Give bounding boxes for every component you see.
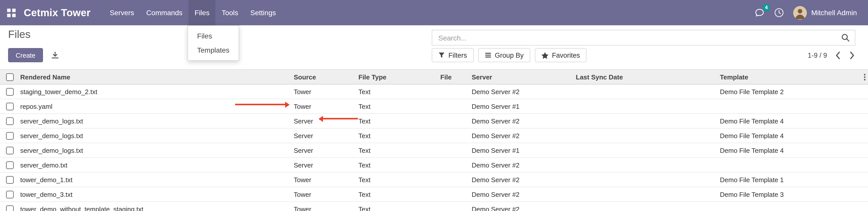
cell-rendered-name[interactable]: server_demo_logs.txt [20,114,294,128]
cell-file-type[interactable]: Text [359,187,440,202]
cell-source[interactable]: Tower [294,99,359,114]
cell-last-sync-date[interactable] [576,84,720,99]
column-options-button[interactable] [861,69,868,84]
row-checkbox[interactable] [6,176,14,183]
cell-server[interactable]: Demo Server #2 [472,158,576,172]
table-row[interactable]: server_demo_logs.txtServerTextDemo Serve… [0,128,868,143]
filters-button[interactable]: Filters [432,48,474,62]
create-button[interactable]: Create [8,48,43,62]
table-row[interactable]: tower_demo_3.txtTowerTextDemo Server #2D… [0,187,868,202]
cell-file[interactable] [440,99,472,114]
cell-file-type[interactable]: Text [359,172,440,187]
cell-rendered-name[interactable]: tower_demo_3.txt [20,187,294,202]
cell-server[interactable]: Demo Server #2 [472,84,576,99]
cell-last-sync-date[interactable] [576,202,720,211]
menu-item-commands[interactable]: Commands [140,0,189,25]
row-checkbox[interactable] [6,161,14,169]
cell-file-type[interactable]: Text [359,128,440,143]
cell-template[interactable]: Demo File Template 3 [720,187,861,202]
column-header-source[interactable]: Source [294,69,359,84]
cell-source[interactable]: Server [294,114,359,128]
cell-template[interactable] [720,202,861,211]
row-checkbox[interactable] [6,147,14,154]
cell-file-type[interactable]: Text [359,84,440,99]
favorites-button[interactable]: Favorites [535,48,587,62]
cell-source[interactable]: Tower [294,187,359,202]
cell-template[interactable]: Demo File Template 4 [720,143,861,158]
cell-last-sync-date[interactable] [576,143,720,158]
row-checkbox[interactable] [6,117,14,125]
row-checkbox[interactable] [6,132,14,140]
column-header-rendered-name[interactable]: Rendered Name [20,69,294,84]
search-icon[interactable] [841,33,850,42]
cell-template[interactable]: Demo File Template 2 [720,84,861,99]
cell-server[interactable]: Demo Server #2 [472,187,576,202]
cell-file[interactable] [440,128,472,143]
table-row[interactable]: server_demo_logs.txtServerTextDemo Serve… [0,114,868,128]
cell-source[interactable]: Tower [294,84,359,99]
cell-file[interactable] [440,114,472,128]
cell-file[interactable] [440,84,472,99]
cell-source[interactable]: Server [294,158,359,172]
cell-rendered-name[interactable]: server_demo_logs.txt [20,143,294,158]
row-checkbox[interactable] [6,88,14,95]
cell-rendered-name[interactable]: server_demo_logs.txt [20,128,294,143]
cell-template[interactable]: Demo File Template 4 [720,128,861,143]
cell-file-type[interactable]: Text [359,114,440,128]
cell-last-sync-date[interactable] [576,114,720,128]
table-row[interactable]: staging_tower_demo_2.txtTowerTextDemo Se… [0,84,868,99]
cell-file-type[interactable]: Text [359,158,440,172]
table-row[interactable]: server_demo.txtServerTextDemo Server #2 [0,158,868,172]
column-header-file[interactable]: File [440,69,472,84]
cell-server[interactable]: Demo Server #2 [472,128,576,143]
app-brand[interactable]: Cetmix Tower [24,7,91,19]
cell-file-type[interactable]: Text [359,99,440,114]
menu-item-files[interactable]: Files Files Templates [189,0,216,25]
activity-button[interactable] [774,8,784,18]
search-input[interactable] [437,33,841,42]
cell-last-sync-date[interactable] [576,172,720,187]
cell-source[interactable]: Tower [294,172,359,187]
cell-rendered-name[interactable]: repos.yaml [20,99,294,114]
row-checkbox[interactable] [6,190,14,198]
pager-next-button[interactable] [849,51,855,59]
user-menu[interactable]: Mitchell Admin [793,6,857,20]
cell-source[interactable]: Server [294,143,359,158]
cell-last-sync-date[interactable] [576,158,720,172]
cell-file[interactable] [440,143,472,158]
column-header-file-type[interactable]: File Type [359,69,440,84]
row-checkbox[interactable] [6,205,14,211]
cell-rendered-name[interactable]: server_demo.txt [20,158,294,172]
cell-server[interactable]: Demo Server #2 [472,114,576,128]
cell-source[interactable]: Server [294,128,359,143]
export-button[interactable] [49,48,61,62]
cell-file[interactable] [440,187,472,202]
cell-rendered-name[interactable]: tower_demo_1.txt [20,172,294,187]
messages-button[interactable]: 4 [754,8,765,18]
dropdown-item-files[interactable]: Files [188,29,239,43]
dropdown-item-templates[interactable]: Templates [188,43,239,57]
cell-template[interactable] [720,99,861,114]
cell-last-sync-date[interactable] [576,99,720,114]
table-row[interactable]: tower_demo_without_template_staging.txtT… [0,202,868,211]
group-by-button[interactable]: Group By [478,48,530,62]
cell-file[interactable] [440,202,472,211]
cell-rendered-name[interactable]: tower_demo_without_template_staging.txt [20,202,294,211]
cell-last-sync-date[interactable] [576,187,720,202]
cell-file[interactable] [440,158,472,172]
cell-server[interactable]: Demo Server #2 [472,202,576,211]
menu-item-settings[interactable]: Settings [244,0,282,25]
apps-grid-icon[interactable] [7,8,16,17]
table-row[interactable]: server_demo_logs.txtServerTextDemo Serve… [0,143,868,158]
cell-template[interactable]: Demo File Template 4 [720,114,861,128]
menu-item-servers[interactable]: Servers [104,0,140,25]
cell-file-type[interactable]: Text [359,143,440,158]
pager-previous-button[interactable] [835,51,841,59]
cell-server[interactable]: Demo Server #2 [472,172,576,187]
column-header-server[interactable]: Server [472,69,576,84]
cell-server[interactable]: Demo Server #1 [472,143,576,158]
cell-template[interactable] [720,158,861,172]
menu-item-tools[interactable]: Tools [216,0,244,25]
cell-source[interactable]: Tower [294,202,359,211]
cell-file[interactable] [440,172,472,187]
